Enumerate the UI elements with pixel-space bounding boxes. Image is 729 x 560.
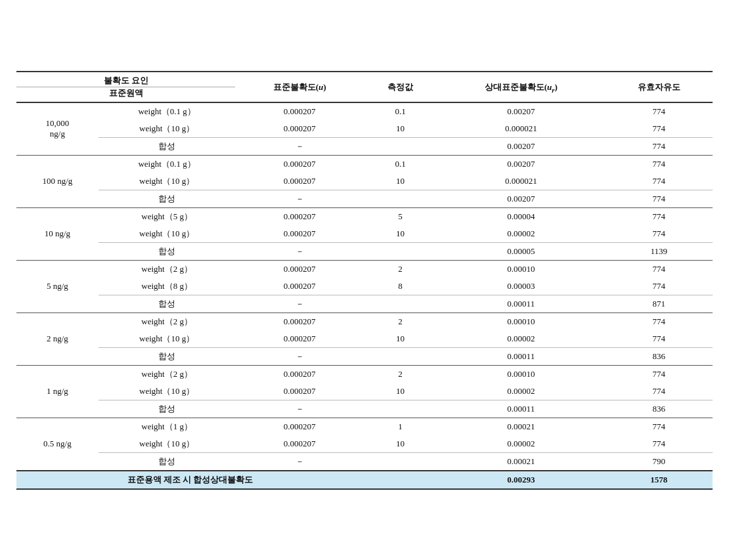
table-row: 1 ng/gweight（2 g）0.00020720.00010774 <box>16 365 713 383</box>
table-row: 합성－0.00021790 <box>16 452 713 471</box>
table-row: weight（10 g）0.000207100.00002774 <box>16 225 713 243</box>
u-cell: － <box>235 242 364 260</box>
table-row: weight（10 g）0.000207100.00002774 <box>16 435 713 453</box>
ur-cell: 0.000021 <box>437 120 606 138</box>
factor-cell: weight（10 g） <box>99 120 236 138</box>
factor-cell: 합성 <box>99 400 236 418</box>
u-cell: 0.000207 <box>235 260 364 278</box>
table-row: weight（10 g）0.000207100.000021774 <box>16 173 713 190</box>
table-row: 10,000 ng/gweight（0.1 g）0.0002070.10.002… <box>16 102 713 120</box>
u-cell: 0.000207 <box>235 173 364 190</box>
u-cell: 0.000207 <box>235 330 364 348</box>
measured-cell <box>364 137 437 155</box>
table-row: 합성－0.00011836 <box>16 400 713 418</box>
u-cell: － <box>235 190 364 207</box>
u-cell: 0.000207 <box>235 102 364 120</box>
ur-cell: 0.00010 <box>437 312 606 330</box>
ur-cell: 0.00207 <box>437 137 606 155</box>
dof-cell: 774 <box>606 365 713 383</box>
measured-cell <box>364 452 437 471</box>
u-cell: 0.000207 <box>235 435 364 453</box>
footer-ur: 0.00293 <box>437 471 606 489</box>
measured-cell: 10 <box>364 173 437 190</box>
table-row: 합성－0.000051139 <box>16 242 713 260</box>
dof-cell: 774 <box>606 312 713 330</box>
dof-cell: 871 <box>606 295 713 312</box>
dof-cell: 836 <box>606 400 713 418</box>
header-factor-label: 불확도 요인 <box>16 72 235 87</box>
measured-cell <box>364 190 437 207</box>
dof-cell: 774 <box>606 260 713 278</box>
factor-cell: weight（10 g） <box>99 173 236 190</box>
table-row: 합성－0.00011871 <box>16 295 713 312</box>
measured-cell: 2 <box>364 365 437 383</box>
table-row: weight（10 g）0.000207100.000021774 <box>16 120 713 138</box>
dof-cell: 774 <box>606 225 713 243</box>
footer-label: 표준용액 제조 시 합성상대불확도 <box>16 471 364 489</box>
dof-cell: 774 <box>606 435 713 453</box>
u-cell: 0.000207 <box>235 155 364 173</box>
u-cell: 0.000207 <box>235 312 364 330</box>
uncertainty-table: 불확도 요인 표준불확도(u) 측정값 상대표준불확도(ur) 유효자유도 표준… <box>16 71 713 490</box>
concentration-cell: 0.5 ng/g <box>16 418 99 471</box>
table-row: 합성－0.00207774 <box>16 190 713 207</box>
dof-cell: 774 <box>606 278 713 295</box>
measured-cell <box>364 400 437 418</box>
u-cell: － <box>235 295 364 312</box>
measured-cell: 10 <box>364 225 437 243</box>
ur-cell: 0.00011 <box>437 347 606 365</box>
factor-cell: weight（2 g） <box>99 260 236 278</box>
factor-cell: 합성 <box>99 137 236 155</box>
concentration-cell: 2 ng/g <box>16 312 99 365</box>
concentration-cell: 1 ng/g <box>16 365 99 418</box>
factor-cell: 합성 <box>99 295 236 312</box>
table-row: 100 ng/gweight（0.1 g）0.0002070.10.002077… <box>16 155 713 173</box>
dof-cell: 774 <box>606 190 713 207</box>
table-row: 0.5 ng/gweight（1 g）0.00020710.00021774 <box>16 418 713 435</box>
ur-cell: 0.00002 <box>437 435 606 453</box>
measured-cell: 2 <box>364 312 437 330</box>
ur-cell: 0.00003 <box>437 278 606 295</box>
concentration-cell: 100 ng/g <box>16 155 99 207</box>
table-row: weight（10 g）0.000207100.00002774 <box>16 383 713 400</box>
measured-cell: 0.1 <box>364 155 437 173</box>
factor-cell: 합성 <box>99 242 236 260</box>
ur-cell: 0.00011 <box>437 295 606 312</box>
measured-cell: 0.1 <box>364 102 437 120</box>
factor-cell: weight（2 g） <box>99 365 236 383</box>
ur-cell: 0.00002 <box>437 225 606 243</box>
dof-cell: 1139 <box>606 242 713 260</box>
table-row: 합성－0.00207774 <box>16 137 713 155</box>
table-row: weight（8 g）0.00020780.00003774 <box>16 278 713 295</box>
dof-cell: 774 <box>606 330 713 348</box>
factor-cell: weight（10 g） <box>99 225 236 243</box>
table-row: 5 ng/gweight（2 g）0.00020720.00010774 <box>16 260 713 278</box>
measured-cell <box>364 242 437 260</box>
dof-cell: 774 <box>606 383 713 400</box>
measured-cell <box>364 295 437 312</box>
u-cell: 0.000207 <box>235 365 364 383</box>
concentration-cell: 5 ng/g <box>16 260 99 312</box>
factor-cell: weight（2 g） <box>99 312 236 330</box>
header-ur-label: 상대표준불확도(ur) <box>437 72 606 102</box>
u-cell: 0.000207 <box>235 207 364 225</box>
measured-cell: 5 <box>364 207 437 225</box>
measured-cell: 10 <box>364 330 437 348</box>
header-u-label: 표준불확도(u) <box>235 72 364 102</box>
ur-cell: 0.000021 <box>437 173 606 190</box>
factor-cell: weight（0.1 g） <box>99 155 236 173</box>
u-cell: － <box>235 347 364 365</box>
u-cell: 0.000207 <box>235 120 364 138</box>
dof-cell: 774 <box>606 120 713 138</box>
factor-cell: weight（5 g） <box>99 207 236 225</box>
ur-cell: 0.00002 <box>437 383 606 400</box>
factor-cell: weight（10 g） <box>99 435 236 453</box>
factor-cell: weight（1 g） <box>99 418 236 435</box>
measured-cell: 2 <box>364 260 437 278</box>
dof-cell: 774 <box>606 155 713 173</box>
measured-cell: 8 <box>364 278 437 295</box>
measured-cell: 1 <box>364 418 437 435</box>
table-row: weight（10 g）0.000207100.00002774 <box>16 330 713 348</box>
ur-cell: 0.00005 <box>437 242 606 260</box>
header-standard-label: 표준원액 <box>16 87 235 102</box>
